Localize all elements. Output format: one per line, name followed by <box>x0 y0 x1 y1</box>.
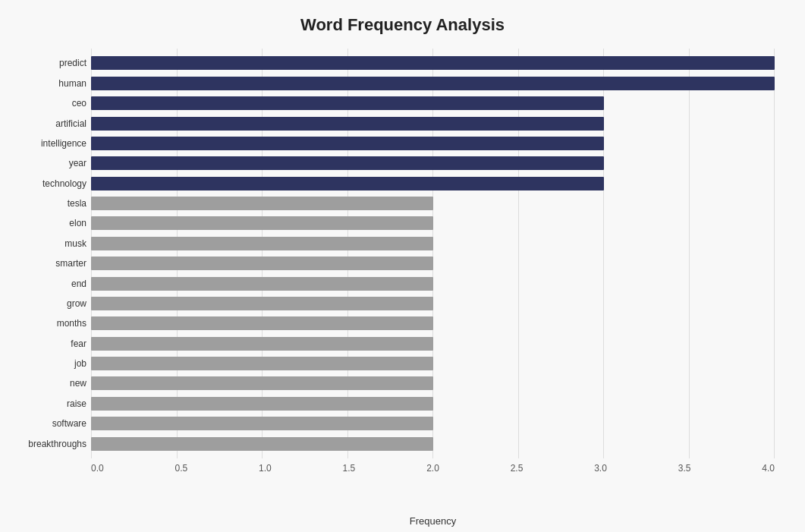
x-tick: 4.0 <box>762 463 775 474</box>
bar <box>91 376 433 390</box>
bar-label: months <box>3 318 86 329</box>
x-tick: 1.5 <box>343 463 356 474</box>
bar <box>91 96 604 110</box>
bar <box>91 357 433 370</box>
bar-row: technology <box>91 175 775 192</box>
bar-row: tesla <box>91 195 775 212</box>
bar <box>91 197 433 210</box>
bar-row: breakthroughs <box>91 436 775 452</box>
bar <box>91 316 433 330</box>
x-axis-label: Frequency <box>410 515 456 527</box>
bar-label: technology <box>3 178 86 189</box>
bar <box>91 397 433 411</box>
bar <box>91 337 433 351</box>
chart-container: Word Frequency Analysis predicthumanceoa… <box>0 0 805 532</box>
x-tick: 3.5 <box>678 463 691 474</box>
bar-row: musk <box>91 235 775 252</box>
x-tick: 2.0 <box>426 463 439 474</box>
chart-area: predicthumanceoartificialintelligenceyea… <box>91 49 775 489</box>
x-tick: 0.5 <box>175 463 188 474</box>
bar-label: breakthroughs <box>3 439 86 449</box>
bar-label: smarter <box>3 258 86 269</box>
bar-row: artificial <box>91 115 775 132</box>
bar-row: months <box>91 315 775 332</box>
bar-label: musk <box>3 238 86 249</box>
bar-label: predict <box>3 58 86 68</box>
bar-row: job <box>91 355 775 372</box>
bar-label: year <box>3 158 86 168</box>
x-axis: 0.00.51.01.52.02.53.03.54.0 <box>91 458 775 489</box>
bar <box>91 117 604 131</box>
bar-row: human <box>91 75 775 92</box>
bar <box>91 77 775 90</box>
bar-row: fear <box>91 335 775 352</box>
x-tick: 0.0 <box>91 463 104 474</box>
bar-row: predict <box>91 55 775 71</box>
bar-row: ceo <box>91 95 775 112</box>
bar-label: artificial <box>3 118 86 129</box>
bar-label: elon <box>3 218 86 228</box>
bar-row: new <box>91 375 775 392</box>
bar-row: grow <box>91 295 775 312</box>
bar <box>91 417 433 430</box>
bar <box>91 277 433 291</box>
bar-label: grow <box>3 298 86 309</box>
bar-row: intelligence <box>91 135 775 152</box>
chart-title: Word Frequency Analysis <box>30 15 775 35</box>
bar <box>91 237 433 250</box>
bar-row: year <box>91 155 775 172</box>
bar-row: software <box>91 415 775 432</box>
bar <box>91 56 775 70</box>
bar <box>91 297 433 310</box>
bar-row: elon <box>91 215 775 231</box>
bar-label: intelligence <box>3 138 86 149</box>
x-tick: 1.0 <box>259 463 272 474</box>
bar-label: end <box>3 279 86 289</box>
bar <box>91 156 604 170</box>
x-tick: 3.0 <box>594 463 607 474</box>
bar-label: new <box>3 378 86 389</box>
bar-label: tesla <box>3 198 86 209</box>
bar-label: ceo <box>3 98 86 109</box>
bar <box>91 437 433 451</box>
bar-row: end <box>91 275 775 292</box>
bar <box>91 216 433 230</box>
bar-label: raise <box>3 398 86 409</box>
bar-row: smarter <box>91 255 775 272</box>
bar <box>91 177 604 190</box>
bars-wrapper: predicthumanceoartificialintelligenceyea… <box>91 49 775 458</box>
bar-label: job <box>3 358 86 369</box>
bar <box>91 257 433 270</box>
bar-row: raise <box>91 395 775 412</box>
bar-label: fear <box>3 338 86 349</box>
x-tick: 2.5 <box>511 463 524 474</box>
bar-label: human <box>3 78 86 89</box>
bar <box>91 137 604 150</box>
bar-label: software <box>3 418 86 429</box>
